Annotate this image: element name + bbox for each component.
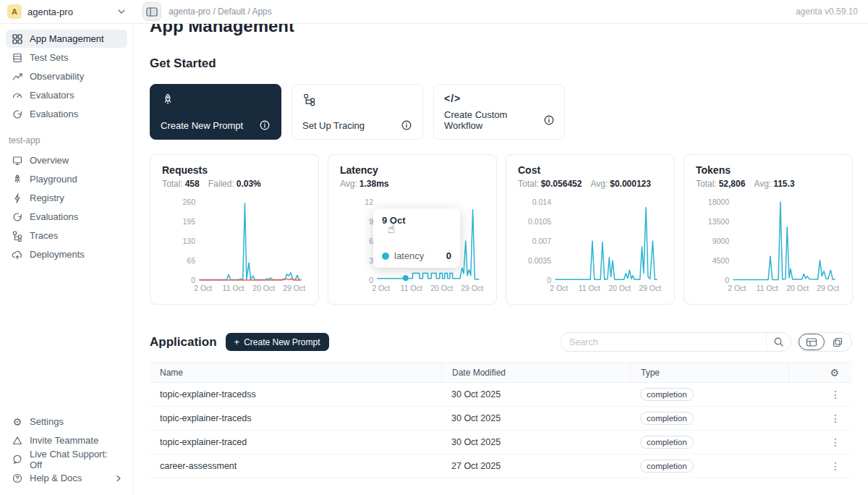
triangle-icon [12,435,23,447]
tokens-chart: 04500900013500180002 Oct11 Oct20 Oct29 O… [696,192,842,295]
table-view-button[interactable] [799,334,825,350]
row-menu-kebab-icon[interactable]: ⋮ [830,436,841,448]
workspace-avatar: A [7,4,22,19]
view-toggle [797,332,852,352]
sidebar-item-evaluators[interactable]: Evaluators [6,86,127,104]
bolt-icon [12,192,23,204]
sidebar-item-test-sets[interactable]: Test Sets [6,48,127,67]
sidebar-item-label: Settings [30,416,64,427]
date-modified: 30 Oct 2025 [441,413,630,423]
sidebar-item-app-management[interactable]: App Management [6,30,127,48]
svg-text:0.0035: 0.0035 [528,256,551,265]
column-header-name[interactable]: Name [150,363,441,382]
gear-icon: ⚙ [12,417,23,427]
table-row[interactable]: career-assessment 27 Oct 2025 completion… [150,454,852,478]
workspace-selector[interactable]: A agenta-pro [0,4,134,19]
svg-text:195: 195 [182,217,195,226]
breadcrumb[interactable]: agenta-pro / Default / Apps [169,7,272,17]
sidebar-item-evaluations-app[interactable]: Evaluations [6,208,127,226]
top-bar: A agenta-pro agenta-pro / Default / Apps… [0,0,868,24]
info-icon[interactable] [401,119,412,131]
sidebar-item-label: Traces [30,230,58,241]
svg-text:2 Oct: 2 Oct [550,284,568,292]
svg-text:0: 0 [369,276,373,284]
observability-icon [12,71,23,82]
create-new-prompt-button[interactable]: + Create New Prompt [226,333,329,351]
svg-text:18000: 18000 [708,198,729,206]
tokens-card: Tokens Total:52,806 Avg:115.3 0450090001… [684,154,853,305]
svg-text:29 Oct: 29 Oct [461,284,483,292]
card-view-button[interactable] [825,334,851,350]
application-section: Application + Create New Prompt [150,332,852,478]
svg-text:29 Oct: 29 Oct [817,284,839,292]
card-label: Create Custom Workflow [444,109,543,131]
column-header-type[interactable]: Type [630,363,788,382]
sidebar-item-evaluations[interactable]: Evaluations [6,105,127,123]
sidebar-item-invite-teammate[interactable]: Invite Teammate [6,431,127,449]
app-section-label: test-app [6,124,127,151]
plus-icon: + [234,337,240,347]
get-started-cards: Create New Prompt Set Up Tracing </> Cre… [150,84,852,140]
svg-text:0: 0 [191,276,195,284]
stats-row: Requests Total:458 Failed:0.03% 06513019… [150,154,852,305]
card-label: Set Up Tracing [302,120,365,131]
svg-text:65: 65 [187,256,195,265]
card-view-icon [832,337,843,348]
sidebar-item-registry[interactable]: Registry [6,189,127,207]
row-menu-kebab-icon[interactable]: ⋮ [830,389,841,400]
sidebar-item-help-docs[interactable]: Help & Docs [6,469,127,487]
panel-icon [146,7,158,17]
table-row[interactable]: topic-explainer-traceds 30 Oct 2025 comp… [150,407,852,431]
svg-text:0.007: 0.007 [532,237,551,245]
search-input[interactable] [561,337,766,347]
sidebar-item-settings[interactable]: ⚙ Settings [6,412,127,431]
create-custom-workflow-card[interactable]: </> Create Custom Workflow [433,84,565,140]
row-menu-kebab-icon[interactable]: ⋮ [830,412,841,424]
date-modified: 30 Oct 2025 [441,437,630,447]
sidebar-toggle-button[interactable] [142,2,161,21]
sidebar-item-playground[interactable]: Playground [6,170,127,188]
version-label: agenta v0.59.10 [796,7,858,17]
table-row[interactable]: topic-explainer-traced 30 Oct 2025 compl… [150,431,852,454]
svg-text:4500: 4500 [712,256,730,265]
sidebar-footer: ⚙ Settings Invite Teammate Live Chat Sup… [6,412,127,489]
chart-title: Requests [162,164,307,176]
svg-text:0.014: 0.014 [532,198,551,206]
latency-card: Latency Avg:1.38ms 0369122 Oct11 Oct20 O… [328,154,497,305]
sidebar-item-traces[interactable]: Traces [6,227,127,245]
table-settings-gear-icon[interactable]: ⚙ [830,367,839,378]
info-icon[interactable] [259,119,271,131]
requests-chart: 0651301952602 Oct11 Oct20 Oct29 Oct [162,192,308,295]
code-icon: </> [444,93,554,104]
tooltip-value: 0 [446,250,451,261]
tooltip-series: latency [394,250,424,261]
gauge-icon [12,90,23,101]
svg-text:2 Oct: 2 Oct [728,284,746,292]
set-up-tracing-card[interactable]: Set Up Tracing [292,84,423,140]
series-dot [382,253,389,260]
svg-text:11 Oct: 11 Oct [401,284,422,292]
sidebar-item-deployments[interactable]: Deployments [6,245,127,263]
svg-text:0.0105: 0.0105 [528,217,551,226]
sidebar-item-observability[interactable]: Observability [6,67,127,85]
sidebar-item-live-chat[interactable]: Live Chat Support: Off [6,450,127,468]
sidebar-item-overview[interactable]: Overview [6,151,127,169]
search-icon[interactable] [766,333,791,351]
create-new-prompt-card[interactable]: Create New Prompt [150,84,281,140]
app-name: career-assessment [150,461,441,471]
sidebar-item-label: Invite Teammate [30,435,98,446]
application-heading: Application [150,335,217,350]
table-row[interactable]: topic-explainer-tracedss 30 Oct 2025 com… [150,383,852,407]
info-icon[interactable] [543,114,554,126]
date-modified: 30 Oct 2025 [441,389,630,399]
svg-text:0: 0 [547,276,551,284]
column-header-date-modified[interactable]: Date Modified [441,363,630,382]
chart-title: Tokens [696,164,841,176]
sidebar: App Management Test Sets Observability E… [0,24,134,495]
row-menu-kebab-icon[interactable]: ⋮ [830,460,841,472]
chart-tooltip: 9 Oct latency 0 [373,208,460,268]
svg-text:11 Oct: 11 Oct [223,284,244,292]
help-icon [12,473,23,484]
type-badge: completion [640,460,694,473]
app-name: topic-explainer-traceds [150,413,441,423]
